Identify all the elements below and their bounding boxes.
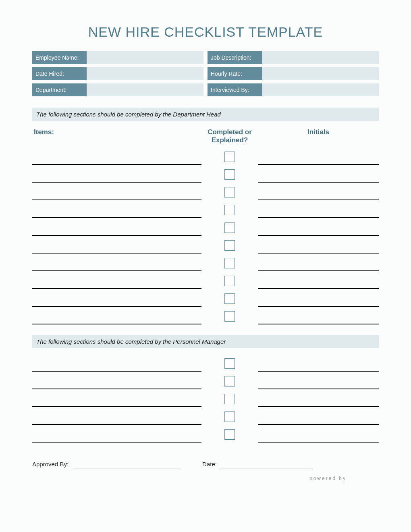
section1-row — [32, 202, 379, 218]
section2-item-input[interactable] — [32, 373, 201, 389]
page-title: NEW HIRE CHECKLIST TEMPLATE — [32, 24, 379, 40]
section1-check-wrap — [201, 149, 258, 165]
section1-initials-input[interactable] — [258, 237, 379, 254]
date-label: Date: — [202, 461, 222, 468]
section1-initials-input[interactable] — [258, 149, 379, 165]
section1-row — [32, 255, 379, 271]
section1-check-wrap — [201, 166, 258, 183]
section1-initials-input[interactable] — [258, 202, 379, 218]
job-description-label: Job Description: — [208, 51, 262, 64]
section1-row — [32, 237, 379, 254]
section2-check-wrap — [201, 373, 258, 389]
section1-check-wrap — [201, 255, 258, 271]
section1-initials-input[interactable] — [258, 308, 379, 324]
section1-checkbox[interactable] — [224, 152, 235, 162]
department-input[interactable] — [87, 83, 203, 96]
section1-item-input[interactable] — [32, 237, 201, 254]
section2-initials-input[interactable] — [258, 355, 379, 372]
section2-checkbox[interactable] — [224, 411, 235, 422]
section-1-note: The following sections should be complet… — [32, 108, 379, 121]
section1-row — [32, 291, 379, 307]
section2-item-input[interactable] — [32, 426, 201, 443]
section2-check-wrap — [201, 409, 258, 425]
section1-initials-input[interactable] — [258, 255, 379, 271]
section1-row — [32, 308, 379, 324]
section-1-rows — [32, 149, 379, 324]
employee-info-grid: Employee Name: Job Description: Date Hir… — [32, 51, 379, 96]
section2-row — [32, 355, 379, 372]
department-label: Department: — [32, 83, 87, 96]
date-hired-input[interactable] — [87, 67, 203, 80]
section1-check-wrap — [201, 220, 258, 236]
section1-item-input[interactable] — [32, 166, 201, 183]
section2-check-wrap — [201, 391, 258, 407]
section1-item-input[interactable] — [32, 291, 201, 307]
section2-item-input[interactable] — [32, 391, 201, 407]
section1-row — [32, 149, 379, 165]
section1-check-wrap — [201, 202, 258, 218]
section1-item-input[interactable] — [32, 202, 201, 218]
section1-item-input[interactable] — [32, 184, 201, 200]
footer-row: Approved By: Date: — [32, 459, 379, 468]
section1-checkbox[interactable] — [224, 293, 235, 304]
section1-initials-input[interactable] — [258, 220, 379, 236]
col-items-header: Items: — [32, 128, 201, 145]
section1-initials-input[interactable] — [258, 184, 379, 200]
col-initials-header: Initials — [258, 128, 379, 145]
interviewed-by-input[interactable] — [262, 83, 379, 96]
job-description-input[interactable] — [262, 51, 379, 64]
section2-checkbox[interactable] — [224, 358, 235, 369]
section2-row — [32, 391, 379, 407]
date-hired-label: Date Hired: — [32, 67, 87, 80]
employee-name-label: Employee Name: — [32, 51, 87, 64]
section-2-note: The following sections should be complet… — [32, 335, 379, 348]
section1-checkbox[interactable] — [224, 169, 235, 180]
hourly-rate-input[interactable] — [262, 67, 379, 80]
section2-initials-input[interactable] — [258, 426, 379, 443]
col-completed-header: Completed or Explained? — [201, 128, 258, 145]
section1-check-wrap — [201, 184, 258, 200]
section1-item-input[interactable] — [32, 149, 201, 165]
section1-checkbox[interactable] — [224, 187, 235, 197]
interviewed-by-label: Interviewed By: — [208, 83, 262, 96]
section1-checkbox[interactable] — [224, 276, 235, 286]
section1-checkbox[interactable] — [224, 240, 235, 251]
section1-check-wrap — [201, 273, 258, 289]
section2-initials-input[interactable] — [258, 409, 379, 425]
section2-initials-input[interactable] — [258, 391, 379, 407]
section1-initials-input[interactable] — [258, 273, 379, 289]
section1-checkbox[interactable] — [224, 311, 235, 322]
approved-by-label: Approved By: — [32, 461, 73, 468]
section1-item-input[interactable] — [32, 273, 201, 289]
section1-initials-input[interactable] — [258, 166, 379, 183]
section2-row — [32, 426, 379, 443]
section1-check-wrap — [201, 237, 258, 254]
section2-item-input[interactable] — [32, 409, 201, 425]
section2-checkbox[interactable] — [224, 376, 235, 387]
approved-by-input[interactable] — [73, 459, 178, 468]
section2-checkbox[interactable] — [224, 429, 235, 440]
section1-check-wrap — [201, 291, 258, 307]
section2-item-input[interactable] — [32, 355, 201, 372]
hourly-rate-label: Hourly Rate: — [208, 67, 262, 80]
columns-header: Items: Completed or Explained? Initials — [32, 128, 379, 145]
section2-checkbox[interactable] — [224, 394, 235, 404]
section2-check-wrap — [201, 426, 258, 443]
section1-check-wrap — [201, 308, 258, 324]
section1-checkbox[interactable] — [224, 258, 235, 268]
section1-checkbox[interactable] — [224, 222, 235, 233]
employee-name-input[interactable] — [87, 51, 203, 64]
section1-checkbox[interactable] — [224, 205, 235, 215]
section1-initials-input[interactable] — [258, 291, 379, 307]
section2-row — [32, 409, 379, 425]
section2-check-wrap — [201, 355, 258, 372]
date-input[interactable] — [222, 459, 310, 468]
section1-item-input[interactable] — [32, 255, 201, 271]
section1-row — [32, 184, 379, 200]
section1-row — [32, 273, 379, 289]
section2-initials-input[interactable] — [258, 373, 379, 389]
section1-item-input[interactable] — [32, 220, 201, 236]
section1-item-input[interactable] — [32, 308, 201, 324]
section-2-rows — [32, 355, 379, 443]
section1-row — [32, 220, 379, 236]
